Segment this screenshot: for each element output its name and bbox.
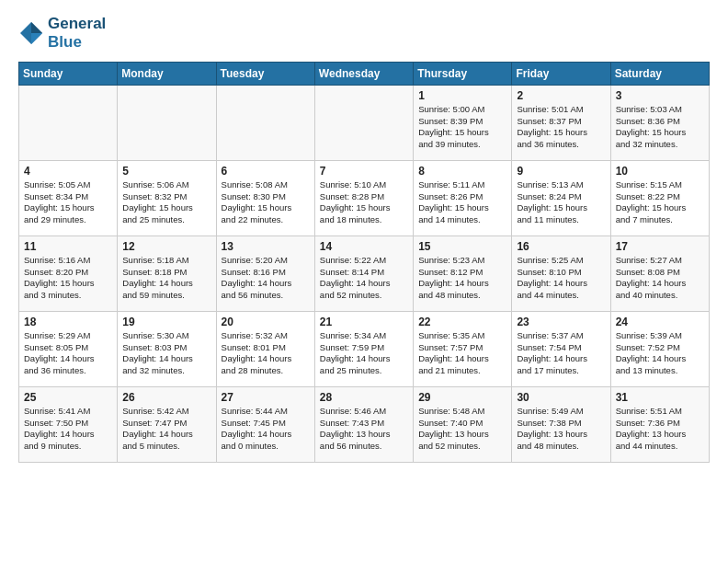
day-info: Sunrise: 5:23 AM Sunset: 8:12 PM Dayligh… — [418, 255, 506, 302]
day-number: 21 — [320, 316, 408, 328]
week-row-5: 25Sunrise: 5:41 AM Sunset: 7:50 PM Dayli… — [19, 386, 710, 462]
day-info: Sunrise: 5:18 AM Sunset: 8:18 PM Dayligh… — [122, 255, 210, 302]
day-number: 16 — [517, 240, 605, 253]
day-number: 25 — [24, 391, 112, 404]
header: General Blue — [18, 15, 710, 52]
col-tuesday: Tuesday — [216, 62, 314, 85]
day-info: Sunrise: 5:39 AM Sunset: 7:52 PM Dayligh… — [616, 330, 704, 377]
cell-w5-d1: 25Sunrise: 5:41 AM Sunset: 7:50 PM Dayli… — [19, 386, 118, 462]
cell-w4-d4: 21Sunrise: 5:34 AM Sunset: 7:59 PM Dayli… — [314, 311, 413, 386]
day-info: Sunrise: 5:20 AM Sunset: 8:16 PM Dayligh… — [222, 255, 310, 302]
day-number: 15 — [418, 240, 506, 253]
week-row-1: 1Sunrise: 5:00 AM Sunset: 8:39 PM Daylig… — [19, 85, 710, 160]
logo-icon — [18, 20, 44, 46]
cell-w1-d5: 1Sunrise: 5:00 AM Sunset: 8:39 PM Daylig… — [414, 85, 512, 160]
day-info: Sunrise: 5:15 AM Sunset: 8:22 PM Dayligh… — [616, 179, 704, 226]
logo-text: General Blue — [48, 15, 106, 52]
day-number: 14 — [320, 240, 408, 253]
day-info: Sunrise: 5:11 AM Sunset: 8:26 PM Dayligh… — [418, 179, 506, 226]
cell-w2-d1: 4Sunrise: 5:05 AM Sunset: 8:34 PM Daylig… — [19, 160, 118, 236]
cell-w1-d6: 2Sunrise: 5:01 AM Sunset: 8:37 PM Daylig… — [512, 85, 610, 160]
day-info: Sunrise: 5:22 AM Sunset: 8:14 PM Dayligh… — [320, 255, 408, 302]
day-info: Sunrise: 5:01 AM Sunset: 8:37 PM Dayligh… — [517, 104, 605, 151]
day-info: Sunrise: 5:49 AM Sunset: 7:38 PM Dayligh… — [517, 406, 605, 453]
day-info: Sunrise: 5:32 AM Sunset: 8:01 PM Dayligh… — [222, 330, 310, 377]
cell-w3-d7: 17Sunrise: 5:27 AM Sunset: 8:08 PM Dayli… — [610, 236, 709, 311]
day-number: 24 — [616, 316, 704, 328]
day-number: 30 — [517, 391, 605, 404]
week-row-4: 18Sunrise: 5:29 AM Sunset: 8:05 PM Dayli… — [19, 311, 710, 386]
calendar-table: SundayMondayTuesdayWednesdayThursdayFrid… — [18, 62, 710, 463]
day-number: 12 — [122, 240, 210, 253]
cell-w5-d4: 28Sunrise: 5:46 AM Sunset: 7:43 PM Dayli… — [314, 386, 413, 462]
day-number: 22 — [418, 316, 506, 328]
cell-w2-d6: 9Sunrise: 5:13 AM Sunset: 8:24 PM Daylig… — [512, 160, 610, 236]
logo: General Blue — [18, 15, 106, 52]
day-info: Sunrise: 5:05 AM Sunset: 8:34 PM Dayligh… — [24, 179, 112, 226]
day-info: Sunrise: 5:35 AM Sunset: 7:57 PM Dayligh… — [418, 330, 506, 377]
cell-w2-d2: 5Sunrise: 5:06 AM Sunset: 8:32 PM Daylig… — [118, 160, 216, 236]
day-info: Sunrise: 5:37 AM Sunset: 7:54 PM Dayligh… — [517, 330, 605, 377]
week-row-2: 4Sunrise: 5:05 AM Sunset: 8:34 PM Daylig… — [19, 160, 710, 236]
col-thursday: Thursday — [414, 62, 512, 85]
day-info: Sunrise: 5:00 AM Sunset: 8:39 PM Dayligh… — [418, 104, 506, 151]
day-info: Sunrise: 5:25 AM Sunset: 8:10 PM Dayligh… — [517, 255, 605, 302]
page: General Blue SundayMondayTuesdayWednesda… — [0, 0, 728, 563]
day-number: 19 — [122, 316, 210, 328]
cell-w3-d4: 14Sunrise: 5:22 AM Sunset: 8:14 PM Dayli… — [314, 236, 413, 311]
col-wednesday: Wednesday — [314, 62, 413, 85]
day-info: Sunrise: 5:46 AM Sunset: 7:43 PM Dayligh… — [320, 406, 408, 453]
day-info: Sunrise: 5:48 AM Sunset: 7:40 PM Dayligh… — [418, 406, 506, 453]
cell-w2-d7: 10Sunrise: 5:15 AM Sunset: 8:22 PM Dayli… — [610, 160, 709, 236]
day-number: 20 — [222, 316, 310, 328]
cell-w1-d1 — [19, 85, 118, 160]
col-sunday: Sunday — [19, 62, 118, 85]
day-number: 2 — [517, 89, 605, 102]
cell-w3-d1: 11Sunrise: 5:16 AM Sunset: 8:20 PM Dayli… — [19, 236, 118, 311]
cell-w1-d3 — [216, 85, 314, 160]
day-number: 9 — [517, 165, 605, 178]
day-info: Sunrise: 5:16 AM Sunset: 8:20 PM Dayligh… — [24, 255, 112, 302]
cell-w1-d2 — [118, 85, 216, 160]
cell-w4-d3: 20Sunrise: 5:32 AM Sunset: 8:01 PM Dayli… — [216, 311, 314, 386]
day-number: 26 — [122, 391, 210, 404]
day-info: Sunrise: 5:10 AM Sunset: 8:28 PM Dayligh… — [320, 179, 408, 226]
cell-w4-d2: 19Sunrise: 5:30 AM Sunset: 8:03 PM Dayli… — [118, 311, 216, 386]
header-row: SundayMondayTuesdayWednesdayThursdayFrid… — [19, 62, 710, 85]
day-number: 10 — [616, 165, 704, 178]
day-number: 29 — [418, 391, 506, 404]
day-number: 28 — [320, 391, 408, 404]
cell-w5-d7: 31Sunrise: 5:51 AM Sunset: 7:36 PM Dayli… — [610, 386, 709, 462]
cell-w5-d5: 29Sunrise: 5:48 AM Sunset: 7:40 PM Dayli… — [414, 386, 512, 462]
day-info: Sunrise: 5:08 AM Sunset: 8:30 PM Dayligh… — [222, 179, 310, 226]
day-info: Sunrise: 5:30 AM Sunset: 8:03 PM Dayligh… — [122, 330, 210, 377]
week-row-3: 11Sunrise: 5:16 AM Sunset: 8:20 PM Dayli… — [19, 236, 710, 311]
day-number: 23 — [517, 316, 605, 328]
cell-w3-d2: 12Sunrise: 5:18 AM Sunset: 8:18 PM Dayli… — [118, 236, 216, 311]
day-info: Sunrise: 5:13 AM Sunset: 8:24 PM Dayligh… — [517, 179, 605, 226]
cell-w1-d4 — [314, 85, 413, 160]
day-info: Sunrise: 5:51 AM Sunset: 7:36 PM Dayligh… — [616, 406, 704, 453]
day-info: Sunrise: 5:27 AM Sunset: 8:08 PM Dayligh… — [616, 255, 704, 302]
cell-w3-d5: 15Sunrise: 5:23 AM Sunset: 8:12 PM Dayli… — [414, 236, 512, 311]
cell-w2-d3: 6Sunrise: 5:08 AM Sunset: 8:30 PM Daylig… — [216, 160, 314, 236]
day-number: 3 — [616, 89, 704, 102]
day-info: Sunrise: 5:29 AM Sunset: 8:05 PM Dayligh… — [24, 330, 112, 377]
day-number: 11 — [24, 240, 112, 253]
cell-w4-d1: 18Sunrise: 5:29 AM Sunset: 8:05 PM Dayli… — [19, 311, 118, 386]
day-info: Sunrise: 5:42 AM Sunset: 7:47 PM Dayligh… — [122, 406, 210, 453]
cell-w4-d7: 24Sunrise: 5:39 AM Sunset: 7:52 PM Dayli… — [610, 311, 709, 386]
day-number: 31 — [616, 391, 704, 404]
cell-w2-d4: 7Sunrise: 5:10 AM Sunset: 8:28 PM Daylig… — [314, 160, 413, 236]
day-number: 8 — [418, 165, 506, 178]
day-number: 7 — [320, 165, 408, 178]
cell-w3-d3: 13Sunrise: 5:20 AM Sunset: 8:16 PM Dayli… — [216, 236, 314, 311]
svg-marker-2 — [31, 33, 42, 44]
cell-w4-d5: 22Sunrise: 5:35 AM Sunset: 7:57 PM Dayli… — [414, 311, 512, 386]
cell-w5-d3: 27Sunrise: 5:44 AM Sunset: 7:45 PM Dayli… — [216, 386, 314, 462]
cell-w3-d6: 16Sunrise: 5:25 AM Sunset: 8:10 PM Dayli… — [512, 236, 610, 311]
cell-w1-d7: 3Sunrise: 5:03 AM Sunset: 8:36 PM Daylig… — [610, 85, 709, 160]
day-info: Sunrise: 5:41 AM Sunset: 7:50 PM Dayligh… — [24, 406, 112, 453]
day-number: 1 — [418, 89, 506, 102]
day-number: 4 — [24, 165, 112, 178]
